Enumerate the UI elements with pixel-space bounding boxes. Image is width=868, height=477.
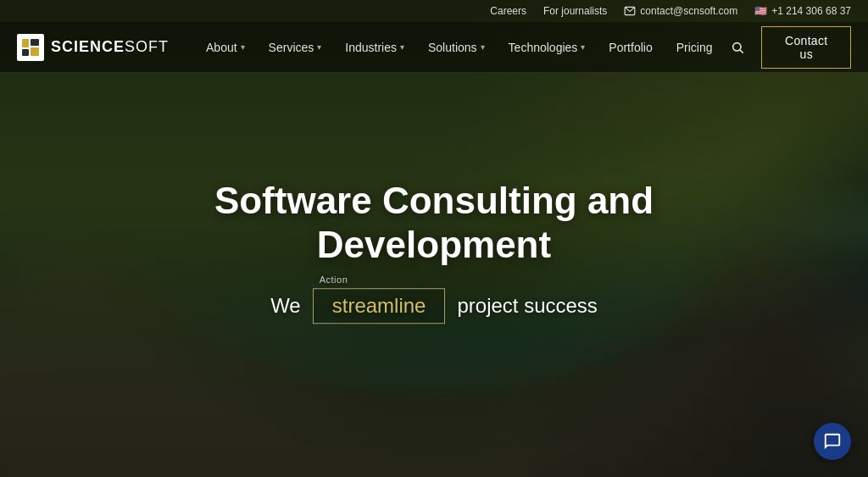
nav-solutions[interactable]: Solutions ▾ — [416, 22, 497, 73]
top-utility-bar: Careers For journalists contact@scnsoft.… — [0, 0, 868, 22]
svg-line-6 — [740, 50, 743, 53]
solutions-chevron: ▾ — [481, 42, 485, 52]
nav-right: Contact us — [724, 26, 851, 69]
flag-icon: 🇺🇸 — [754, 5, 767, 17]
nav-industries[interactable]: Industries ▾ — [333, 22, 416, 73]
journalists-label: For journalists — [543, 5, 607, 17]
svg-rect-1 — [22, 39, 29, 47]
action-label: Action — [320, 275, 348, 285]
svg-rect-4 — [31, 47, 39, 56]
svg-point-5 — [733, 42, 741, 50]
hero-subtitle: We Action streamline project success — [95, 288, 773, 324]
careers-label: Careers — [490, 5, 526, 17]
technologies-chevron: ▾ — [581, 42, 585, 52]
phone-link[interactable]: 🇺🇸 +1 214 306 68 37 — [754, 5, 851, 17]
mail-icon — [624, 5, 636, 17]
action-box: Action streamline — [313, 288, 446, 324]
nav-services[interactable]: Services ▾ — [257, 22, 334, 73]
services-chevron: ▾ — [317, 42, 321, 52]
logo[interactable]: ScienceSoft — [17, 34, 169, 61]
email-address: contact@scnsoft.com — [640, 5, 737, 17]
about-chevron: ▾ — [241, 42, 245, 52]
hero-subtitle-post: project success — [457, 294, 597, 318]
email-link[interactable]: contact@scnsoft.com — [624, 5, 737, 17]
careers-link[interactable]: Careers — [490, 5, 526, 17]
phone-number: +1 214 306 68 37 — [771, 5, 851, 17]
action-word: streamline — [313, 288, 446, 324]
logo-icon — [17, 34, 44, 61]
journalists-link[interactable]: For journalists — [543, 5, 607, 17]
nav-links: About ▾ Services ▾ Industries ▾ Solution… — [194, 22, 724, 73]
hero-content: Software Consulting and Development We A… — [95, 179, 773, 324]
nav-about[interactable]: About ▾ — [194, 22, 257, 73]
contact-button[interactable]: Contact us — [761, 26, 851, 69]
nav-technologies[interactable]: Technologies ▾ — [497, 22, 598, 73]
chat-button[interactable] — [814, 423, 851, 460]
nav-pricing[interactable]: Pricing — [665, 22, 725, 73]
nav-portfolio[interactable]: Portfolio — [597, 22, 664, 73]
search-button[interactable] — [724, 37, 751, 58]
svg-rect-2 — [22, 49, 29, 56]
svg-rect-3 — [31, 39, 39, 46]
industries-chevron: ▾ — [400, 42, 404, 52]
hero-subtitle-pre: We — [270, 294, 301, 318]
hero-title: Software Consulting and Development — [95, 179, 773, 269]
logo-text: ScienceSoft — [51, 38, 169, 56]
main-navbar: ScienceSoft About ▾ Services ▾ Industrie… — [0, 22, 868, 73]
